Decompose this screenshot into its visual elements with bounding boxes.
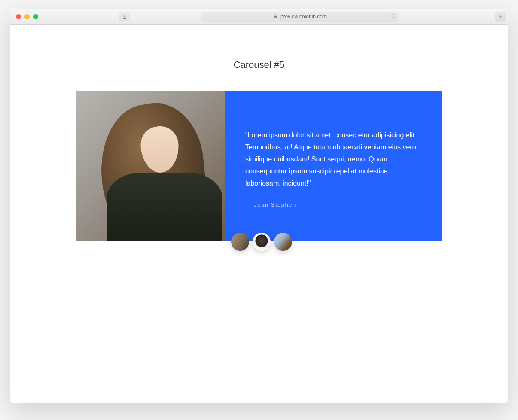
author-name: Jean Stephen [254, 201, 296, 208]
testimonial-body: "Lorem ipsum dolor sit amet, consectetur… [225, 91, 442, 241]
downloads-button[interactable] [119, 12, 130, 21]
carousel-thumb-1[interactable] [231, 233, 249, 251]
page-viewport: Carousel #5 "Lorem ipsum dolor sit amet,… [10, 25, 508, 403]
testimonial-carousel: "Lorem ipsum dolor sit amet, consectetur… [76, 91, 442, 241]
lock-icon [274, 14, 278, 19]
testimonial-quote: "Lorem ipsum dolor sit amet, consectetur… [245, 129, 421, 189]
new-tab-button[interactable] [495, 12, 506, 22]
page-title: Carousel #5 [10, 59, 508, 70]
author-dash: — [245, 201, 252, 208]
testimonial-image [76, 91, 225, 241]
testimonial-author: — Jean Stephen [245, 201, 421, 208]
traffic-lights [16, 14, 38, 19]
download-icon [122, 14, 127, 19]
browser-window: preview.colorlib.com Carousel #5 "Lorem … [10, 9, 508, 403]
address-wrap: preview.colorlib.com [119, 12, 399, 22]
person-illustration [76, 91, 225, 241]
carousel-thumbs [231, 233, 292, 251]
plus-icon [498, 14, 503, 19]
maximize-window-button[interactable] [33, 14, 38, 19]
refresh-icon [390, 13, 396, 18]
close-window-button[interactable] [16, 14, 21, 19]
minimize-window-button[interactable] [24, 14, 30, 19]
url-text: preview.colorlib.com [280, 14, 327, 20]
refresh-button[interactable] [390, 13, 396, 20]
browser-chrome: preview.colorlib.com [10, 9, 508, 25]
carousel-thumb-3[interactable] [274, 233, 292, 251]
address-bar[interactable]: preview.colorlib.com [201, 12, 399, 22]
carousel-thumb-2[interactable] [253, 233, 271, 251]
